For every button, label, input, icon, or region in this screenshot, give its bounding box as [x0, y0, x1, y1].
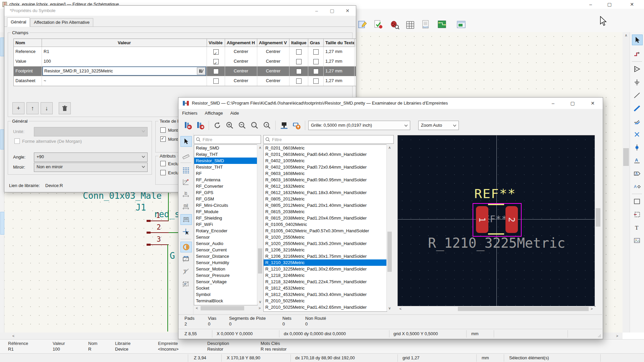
polar-coords-toggle[interactable]: r θ [180, 177, 191, 187]
units-mm[interactable]: mm [180, 214, 192, 225]
preview-hscrollbar[interactable]: < > [397, 306, 595, 312]
footprint-list-item[interactable]: R_0603_1608Metric [264, 170, 387, 177]
bom-icon[interactable]: bom [421, 19, 432, 31]
footprint-list-item[interactable]: R_1218_3246Metric [264, 272, 387, 279]
add-sheet-tool[interactable] [632, 196, 642, 206]
add-wire-tool[interactable] [632, 90, 642, 100]
pad-numbers-toggle[interactable] [180, 254, 191, 264]
pad-1[interactable]: 1 [476, 206, 488, 233]
preview-vscrollbar[interactable] [595, 135, 601, 306]
scroll-up-arrow[interactable]: ∧ [623, 32, 630, 38]
footprint-list-item[interactable]: R_0201_0603Metric [264, 145, 387, 151]
col-visible[interactable]: Visible [207, 39, 225, 47]
add-symbol-tool[interactable] [632, 64, 642, 74]
field-row-value[interactable]: Value100CentrerCentrer1,27 mm [14, 57, 356, 66]
col-italique[interactable]: Italique [289, 39, 308, 47]
library-list-item[interactable]: Resistor_SMD [194, 158, 257, 164]
footprint-list-item[interactable]: R_0603_1608Metric_Pad0.98x0.95mm_HandSol… [264, 177, 387, 183]
library-list-vscrollbar[interactable]: ∧ ∨ [257, 144, 263, 305]
footprint-list-item[interactable]: R_1206_3216Metric [264, 247, 387, 253]
footprint-list-item[interactable]: R_0201_0603Metric_Pad0.64x0.40mm_HandSol… [264, 151, 387, 158]
library-list-item[interactable]: RF [194, 170, 257, 177]
footprint-value-input[interactable]: Resistor_SMD:R_1210_3225Metric [43, 67, 206, 75]
footprint-list-item[interactable]: R_0815_2038Metric [264, 208, 387, 215]
footprint-list-item[interactable]: R_1210_3225Metric [264, 259, 387, 266]
wire-to-bus-entry-tool[interactable] [632, 116, 642, 126]
footprint-list-item[interactable]: R_1812_4532Metric_Pad1.30x3.40mm_HandSol… [264, 291, 387, 298]
footprint-list-item[interactable]: R_01005_0402Metric_Pad0.57x0.30mm_HandSo… [264, 228, 387, 234]
add-bus-tool[interactable] [632, 103, 642, 113]
pad-2[interactable]: 2 [505, 206, 518, 233]
text-outline-toggle[interactable]: T [180, 266, 191, 277]
italic-checkbox[interactable] [296, 78, 302, 84]
zoom-selection-icon[interactable] [262, 120, 272, 131]
library-list-item[interactable]: RF_Mini-Circuits [194, 202, 257, 208]
schematic-partial-label[interactable]: G [170, 251, 175, 261]
delete-field-button[interactable] [59, 102, 71, 114]
library-list-item[interactable]: Sensor_Audio [194, 240, 257, 247]
grid-toggle[interactable] [180, 165, 191, 175]
wire-segment[interactable] [169, 232, 178, 233]
pad-outline-toggle[interactable] [180, 242, 192, 252]
footprint-list-item[interactable]: R_1206_3216Metric_Pad1.30x1.75mm_HandSol… [264, 253, 387, 259]
visible-checkbox[interactable] [213, 69, 219, 74]
main-minimize-button[interactable]: – [582, 0, 599, 9]
italic-checkbox[interactable] [296, 49, 302, 55]
refresh-icon[interactable] [212, 120, 223, 131]
add-power-tool[interactable] [632, 77, 642, 87]
select-tool[interactable] [632, 35, 643, 45]
annotate-icon[interactable] [358, 19, 369, 31]
field-row-reference[interactable]: ReferenceR1CentrerCentrer1,27 mm [14, 47, 356, 57]
main-close-button[interactable]: ✕ [620, 0, 644, 9]
library-filter[interactable]: Filtre [194, 135, 261, 144]
menu-affichage[interactable]: Affichage [201, 109, 227, 118]
browser-close-button[interactable]: ✕ [585, 98, 600, 109]
assign-footprints-icon[interactable] [405, 19, 417, 31]
bold-checkbox[interactable] [313, 78, 319, 84]
units-mil[interactable]: mil [180, 202, 191, 212]
angle-select[interactable]: +90 [34, 153, 148, 162]
library-list-item[interactable]: RF_GSM [194, 196, 257, 202]
tab-alternate-pin[interactable]: Affectation de Pin Alternative [30, 18, 93, 27]
footprint-list-item[interactable]: R_01005_0402Metric [264, 221, 387, 228]
wire-segment[interactable] [167, 244, 168, 331]
visible-checkbox[interactable] [213, 78, 219, 84]
tab-general[interactable]: Général [7, 17, 30, 27]
graphics-outline-toggle[interactable] [180, 279, 191, 289]
footprint-list-item[interactable]: R_1020_2550Metric_Pad1.33x5.20mm_HandSol… [264, 240, 387, 247]
grid-select[interactable]: Grille: 0,5000 mm (0,0197 inch) [308, 121, 410, 130]
footprint-filter[interactable]: Filtre [263, 135, 394, 144]
move-field-up-button[interactable]: ↑ [26, 102, 39, 114]
global-label-tool[interactable]: A [632, 169, 642, 179]
italic-checkbox[interactable] [296, 59, 302, 64]
visible-checkbox[interactable] [213, 49, 219, 55]
library-list-item[interactable]: RF_GPS [194, 189, 257, 196]
vscroll-thumb[interactable] [623, 148, 629, 166]
zoom-fit-icon[interactable] [249, 120, 260, 131]
zoom-in-icon[interactable] [224, 120, 235, 131]
footprint-list-item[interactable]: R_0805_2012Metric_Pad1.20x1.40mm_HandSol… [264, 202, 387, 208]
library-browse-button[interactable] [197, 67, 206, 75]
snap-cursor-toggle[interactable] [180, 227, 191, 237]
library-list-hscrollbar[interactable]: < > [194, 305, 263, 311]
schematic-reference[interactable]: J1 [136, 202, 146, 213]
col-nom[interactable]: Nom [14, 39, 42, 47]
erc-bug-icon[interactable] [389, 19, 401, 31]
scroll-right-arrow[interactable]: > [614, 333, 621, 339]
pcb-editor-icon[interactable] [437, 19, 448, 31]
col-gras[interactable]: Gras [308, 39, 324, 47]
highlight-net-tool[interactable] [632, 49, 642, 59]
dialog-close-button[interactable]: ✕ [340, 6, 355, 16]
library-list-item[interactable]: Sensor_Humidity [194, 259, 257, 266]
library-list-item[interactable]: Symbol [194, 291, 257, 298]
col-taille[interactable]: Taille du Texte [324, 39, 355, 47]
footprint-list[interactable]: R_0201_0603MetricR_0201_0603Metric_Pad0.… [263, 144, 387, 312]
library-list-item[interactable]: RF_Module [194, 208, 257, 215]
library-list-item[interactable]: Relay_SMD [194, 145, 257, 151]
dialog-minimize-button[interactable]: – [309, 6, 324, 16]
add-image-tool[interactable] [632, 236, 642, 246]
canvas-vscrollbar[interactable]: ∧ [623, 32, 630, 333]
library-list-item[interactable]: Rotary_Encoder [194, 228, 257, 234]
field-row-datasheet[interactable]: Datasheet~CentrerCentrer1,27 mm [14, 76, 356, 86]
library-list-item[interactable]: Sensor [194, 234, 257, 240]
